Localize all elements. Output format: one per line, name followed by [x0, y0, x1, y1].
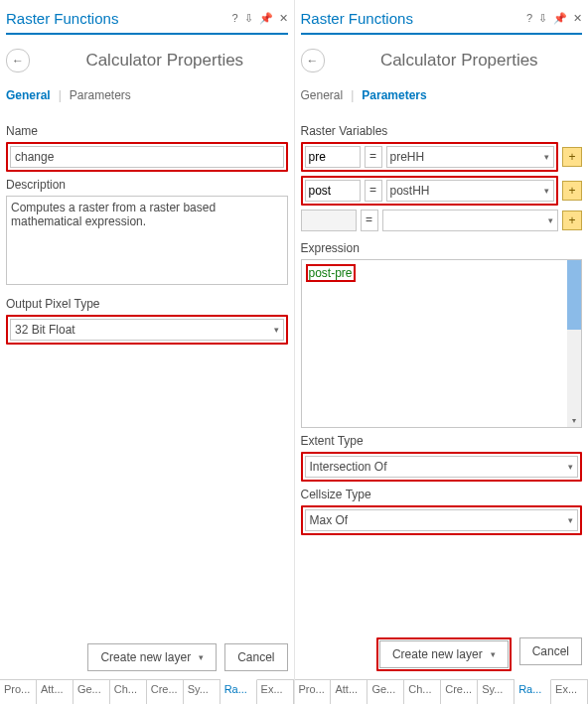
chevron-down-icon: ▾ — [274, 325, 279, 335]
panel-title: Raster Functions — [6, 10, 231, 27]
pixel-type-select[interactable]: 32 Bit Float ▾ — [10, 319, 284, 341]
var-row-2: = ▾ + — [301, 210, 583, 231]
cancel-button[interactable]: Cancel — [519, 637, 582, 665]
help-icon[interactable]: ? — [231, 12, 237, 25]
help-icon[interactable]: ? — [526, 12, 532, 25]
bottom-tab[interactable]: Cre... — [147, 680, 184, 704]
button-row: Create new layer ▾ Cancel — [301, 630, 583, 671]
expression-value: post-pre — [306, 264, 356, 282]
bottom-tab[interactable]: Ex... — [551, 680, 588, 704]
var-value-select[interactable]: preHH ▾ — [386, 146, 555, 168]
add-raster-button[interactable]: + — [562, 211, 582, 230]
raster-vars-label: Raster Variables — [301, 124, 583, 138]
tab-parameters[interactable]: Parameters — [362, 86, 426, 104]
tab-strip: General | Parameters — [301, 86, 583, 104]
name-input[interactable] — [10, 146, 284, 168]
expression-label: Expression — [301, 241, 583, 255]
chevron-down-icon: ▾ — [491, 649, 496, 659]
bottom-tab[interactable]: Ra... — [220, 679, 257, 704]
name-label: Name — [6, 124, 288, 138]
chevron-down-icon: ▾ — [568, 462, 573, 472]
bottom-tab[interactable]: Ge... — [368, 680, 404, 704]
page-subtitle: Calculator Properties — [42, 51, 288, 70]
chevron-down-icon: ▾ — [548, 215, 553, 225]
subheader: ← Calculator Properties — [6, 49, 288, 72]
bottom-tab[interactable]: Att... — [37, 680, 74, 704]
cellsize-type-highlight: Max Of ▾ — [301, 505, 583, 535]
create-new-layer-button[interactable]: Create new layer ▾ — [87, 643, 217, 671]
bottom-tab[interactable]: Sy... — [184, 680, 220, 704]
add-raster-button[interactable]: + — [562, 181, 582, 201]
scroll-down-button[interactable]: ▾ — [567, 413, 581, 427]
var-value-select[interactable]: ▾ — [382, 210, 559, 231]
titlebar-icons: ? ⇩ 📌 ✕ — [526, 12, 582, 25]
var-name-input[interactable] — [305, 180, 361, 202]
bottom-tab-strip: Pro...Att...Ge...Ch...Cre...Sy...Ra...Ex… — [295, 679, 589, 704]
scroll-thumb[interactable] — [567, 260, 581, 330]
expression-textarea[interactable]: post-pre ▾ — [301, 259, 583, 428]
tab-parameters[interactable]: Parameters — [70, 86, 131, 104]
chevron-down-icon: ▾ — [544, 152, 549, 162]
var-value-select[interactable]: postHH ▾ — [386, 180, 555, 202]
autohide-icon[interactable]: ⇩ — [538, 12, 547, 25]
equals-label: = — [365, 180, 382, 202]
pin-icon[interactable]: 📌 — [259, 12, 273, 25]
tab-strip: General | Parameters — [6, 86, 288, 104]
close-icon[interactable]: ✕ — [279, 12, 288, 25]
cellsize-type-label: Cellsize Type — [301, 488, 583, 501]
pixel-type-value: 32 Bit Float — [15, 323, 75, 337]
cancel-button[interactable]: Cancel — [224, 643, 287, 671]
bottom-tab[interactable]: Sy... — [478, 680, 514, 704]
chevron-down-icon: ▾ — [544, 186, 549, 196]
pixel-type-label: Output Pixel Type — [6, 297, 288, 311]
equals-label: = — [361, 210, 378, 231]
bottom-tab[interactable]: Ch... — [110, 680, 147, 704]
tab-general[interactable]: General — [301, 86, 344, 104]
create-button-highlight: Create new layer ▾ — [376, 637, 512, 671]
var-row-0: = preHH ▾ + — [301, 142, 583, 172]
bottom-tab[interactable]: Pro... — [295, 680, 332, 704]
create-new-layer-button[interactable]: Create new layer ▾ — [379, 640, 509, 668]
close-icon[interactable]: ✕ — [573, 12, 582, 25]
bottom-tab-strip: Pro...Att...Ge...Ch...Cre...Sy...Ra...Ex… — [0, 679, 294, 704]
tab-general[interactable]: General — [6, 86, 51, 104]
extent-type-highlight: Intersection Of ▾ — [301, 452, 583, 482]
chevron-down-icon: ▾ — [199, 652, 204, 662]
var-name-input[interactable] — [305, 146, 361, 168]
var-row-1: = postHH ▾ + — [301, 176, 583, 206]
pin-icon[interactable]: 📌 — [553, 12, 567, 25]
back-button[interactable]: ← — [6, 49, 30, 72]
extent-type-label: Extent Type — [301, 434, 583, 448]
name-highlight — [6, 142, 288, 172]
bottom-tab[interactable]: Ra... — [514, 679, 551, 704]
button-row: Create new layer ▾ Cancel — [6, 635, 288, 671]
description-textarea[interactable]: Computes a raster from a raster based ma… — [6, 196, 288, 285]
titlebar: Raster Functions ? ⇩ 📌 ✕ — [6, 6, 288, 35]
titlebar: Raster Functions ? ⇩ 📌 ✕ — [301, 6, 583, 35]
add-raster-button[interactable]: + — [562, 147, 582, 167]
var-name-input[interactable] — [301, 210, 357, 231]
bottom-tab[interactable]: Att... — [331, 680, 368, 704]
page-subtitle: Calculator Properties — [337, 51, 583, 70]
description-label: Description — [6, 178, 288, 192]
bottom-tab[interactable]: Pro... — [0, 680, 37, 704]
var-row-highlight: = postHH ▾ — [301, 176, 559, 206]
scrollbar[interactable]: ▾ — [567, 260, 581, 427]
right-panel: Raster Functions ? ⇩ 📌 ✕ ← Calculator Pr… — [294, 0, 589, 704]
equals-label: = — [365, 146, 382, 168]
chevron-down-icon: ▾ — [568, 515, 573, 525]
var-row-highlight: = preHH ▾ — [301, 142, 559, 172]
back-button[interactable]: ← — [301, 49, 325, 72]
bottom-tab[interactable]: Cre... — [441, 680, 478, 704]
subheader: ← Calculator Properties — [301, 49, 583, 72]
bottom-tab[interactable]: Ch... — [404, 680, 441, 704]
extent-type-select[interactable]: Intersection Of ▾ — [305, 456, 579, 478]
bottom-tab[interactable]: Ge... — [74, 680, 110, 704]
titlebar-icons: ? ⇩ 📌 ✕ — [231, 12, 287, 25]
panel-title: Raster Functions — [301, 10, 526, 27]
pixel-type-highlight: 32 Bit Float ▾ — [6, 315, 288, 345]
autohide-icon[interactable]: ⇩ — [244, 12, 253, 25]
left-panel: Raster Functions ? ⇩ 📌 ✕ ← Calculator Pr… — [0, 0, 294, 704]
cellsize-type-select[interactable]: Max Of ▾ — [305, 509, 579, 531]
bottom-tab[interactable]: Ex... — [257, 680, 294, 704]
